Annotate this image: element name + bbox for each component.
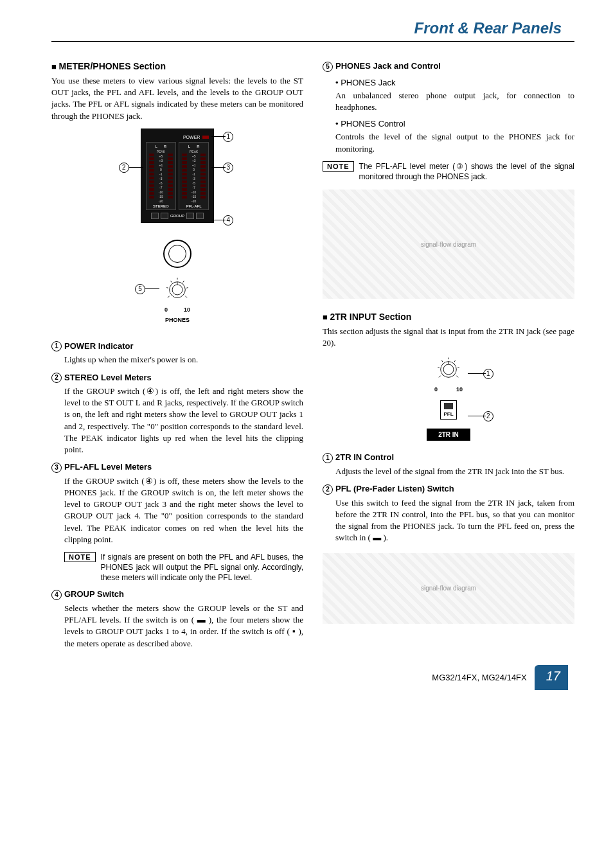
- svg-line-4: [185, 296, 187, 297]
- phones-panel-figure: 0 10 PHONES: [157, 233, 198, 330]
- phones-control-body: Controls the level of the signal output …: [335, 131, 574, 154]
- pfl-button-icon: [444, 403, 453, 409]
- pfl-switch-figure: PFL: [440, 400, 456, 420]
- pflafl-meter-block: L R PEAK +5 +3 +1: [179, 142, 209, 210]
- meter-phones-intro: You use these meters to view various sig…: [51, 75, 303, 122]
- svg-line-7: [186, 287, 188, 288]
- knob-min: 0: [164, 306, 168, 313]
- group-switch-icon-3: [196, 213, 204, 219]
- pflafl-l: L: [188, 145, 190, 148]
- twotr-item-1-head: 12TR IN Control: [323, 452, 574, 463]
- svg-line-8: [170, 281, 172, 283]
- svg-line-19: [454, 360, 456, 362]
- twotr-knob-min: 0: [434, 386, 438, 393]
- svg-point-1: [172, 285, 182, 295]
- footer-model: MG32/14FX, MG24/14FX: [432, 673, 526, 682]
- stereo-meter-block: L R PEAK +5 +3 +1: [146, 142, 176, 210]
- stereo-l: L: [155, 145, 157, 148]
- twotr-item-2-body: Use this switch to feed the signal from …: [335, 497, 574, 544]
- note-2-label: NOTE: [323, 161, 354, 172]
- phones-jack-subhead: • PHONES Jack: [335, 77, 574, 89]
- item-3-head: 3PFL-AFL Level Meters: [51, 462, 303, 473]
- item-5-head: 5PHONES Jack and Control: [323, 61, 574, 72]
- phones-jack-body: An unbalanced stereo phone output jack, …: [335, 90, 574, 113]
- stereo-r: R: [164, 145, 166, 148]
- item-2-head: 2STEREO Level Meters: [51, 373, 303, 384]
- meter-panel-figure: POWER L R: [141, 128, 215, 223]
- twotr-bar-label: 2TR IN: [427, 429, 470, 441]
- phones-label: PHONES: [163, 317, 191, 323]
- item-3-body: If the GROUP switch (④) is off, these me…: [64, 475, 303, 545]
- page-header: Front & Rear Panels: [51, 19, 574, 42]
- note-2-text: The PFL-AFL level meter (③) shows the le…: [359, 161, 574, 182]
- note-1-label: NOTE: [64, 552, 96, 562]
- twotr-item-2-head: 2PFL (Pre-Fader Listen) Switch: [323, 484, 574, 495]
- svg-line-16: [438, 368, 440, 368]
- svg-line-9: [183, 281, 184, 283]
- page-number: 17: [535, 665, 568, 690]
- stereo-sub-label: STEREO: [149, 204, 173, 208]
- phones-control-subhead: • PHONES Control: [335, 118, 574, 130]
- group-label: GROUP: [170, 214, 184, 218]
- twotr-block-diagram: signal-flow diagram: [323, 553, 574, 624]
- power-label: POWER: [183, 135, 200, 139]
- item-1-body: Lights up when the mixer's power is on.: [64, 354, 303, 366]
- note-1-text: If signals are present on both the PFL a…: [101, 552, 303, 583]
- phones-knob-icon: [163, 276, 191, 304]
- item-1-head: 1POWER Indicator: [51, 341, 303, 352]
- svg-line-13: [439, 376, 441, 378]
- pflafl-sub-label: PFL·AFL: [182, 204, 206, 208]
- group-switch-on-icon: [161, 213, 168, 219]
- svg-line-14: [456, 376, 458, 378]
- twotr-intro: This section adjusts the signal that is …: [323, 326, 574, 349]
- twotr-knob-max: 10: [456, 386, 463, 393]
- pflafl-r: R: [197, 145, 199, 148]
- item-2-body: If the GROUP switch (④) is off, the left…: [64, 385, 303, 456]
- twotr-knob-icon: [434, 355, 463, 384]
- twotr-item-1-body: Adjusts the level of the signal from the…: [335, 466, 574, 477]
- twotr-heading: 2TR INPUT Section: [323, 312, 574, 322]
- group-switch-off-icon: [151, 213, 159, 219]
- twotr-panel-figure: 0 10 PFL 2TR IN: [427, 355, 470, 441]
- pfl-label: PFL: [443, 411, 453, 417]
- power-led-icon: [202, 136, 209, 139]
- phones-jack-icon: [163, 240, 191, 268]
- group-switch-icon-2: [186, 213, 194, 219]
- meter-phones-heading: METER/PHONES Section: [51, 61, 303, 71]
- item-4-body: Selects whether the meters show the GROU…: [64, 603, 303, 650]
- svg-line-18: [441, 360, 443, 362]
- knob-max: 10: [184, 306, 190, 313]
- svg-line-3: [168, 296, 170, 297]
- svg-line-17: [458, 368, 459, 368]
- item-4-head: 4GROUP Switch: [51, 589, 303, 600]
- svg-point-11: [443, 365, 454, 375]
- svg-line-6: [166, 287, 168, 288]
- phones-block-diagram: signal-flow diagram: [323, 190, 574, 299]
